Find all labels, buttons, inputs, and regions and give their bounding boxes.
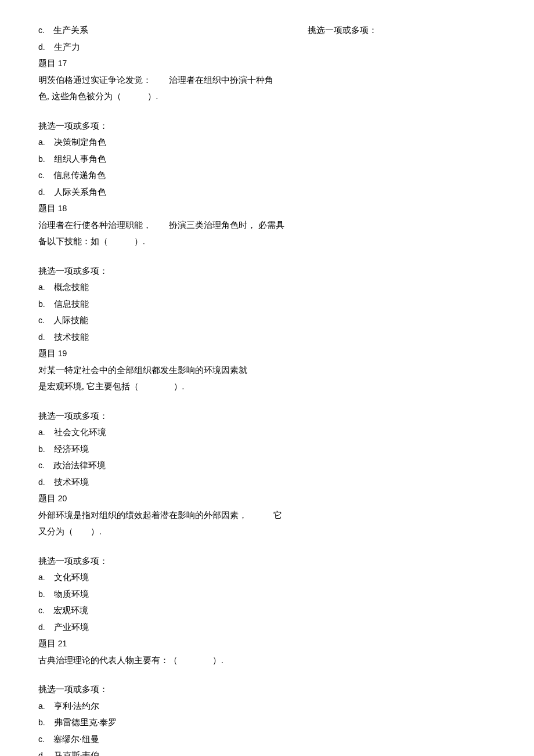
option-text: 概念技能 [54,283,89,292]
heading-prefix: 题目 [38,639,56,648]
option-text: 物质环境 [54,589,89,599]
spacer [38,670,284,682]
option-letter: c. [38,316,45,325]
option-letter: c. [38,735,45,744]
option-d: d. 技术环境 [38,475,284,490]
option-letter: c. [38,26,45,35]
option-d: d. 马克斯·韦伯 [38,748,284,756]
left-column: c. 生产关系 d. 生产力 题目 17 明茨伯格通过实证争论发觉： 治理者在组… [38,23,284,756]
option-text: 信息传递角色 [53,171,106,180]
question-heading: 题目 21 [38,636,284,652]
option-letter: d. [38,478,45,487]
option-letter: d. [38,623,45,632]
option-letter: c. [38,171,45,180]
option-a: a. 决策制定角色 [38,135,284,150]
option-letter: d. [38,187,45,197]
option-d: d. 生产力 [38,40,284,55]
column-layout: c. 生产关系 d. 生产力 题目 17 明茨伯格通过实证争论发觉： 治理者在组… [38,23,496,756]
option-d: d. 人际关系角色 [38,185,284,200]
heading-prefix: 题目 [38,59,56,68]
option-letter: b. [38,299,45,309]
select-instruction: 挑选一项或多项： [38,119,284,134]
question-number: 20 [58,494,67,503]
option-letter: a. [38,701,45,711]
option-text: 产业环境 [54,623,89,632]
option-text: 塞缪尔·纽曼 [53,735,99,744]
question-heading: 题目 18 [38,201,284,216]
option-letter: d. [38,42,45,52]
option-c: c. 信息传递角色 [38,168,284,183]
question-stem-line: 是宏观环境, 它主要包括（ ）. [38,379,284,395]
select-instruction: 挑选一项或多项： [38,264,284,279]
option-c: c. 人际技能 [38,313,284,328]
option-c: c. 宏观环境 [38,603,284,618]
option-b: b. 组织人事角色 [38,152,284,167]
option-text: 马克斯·韦伯 [54,751,100,756]
option-d: d. 产业环境 [38,620,284,635]
option-a: a. 概念技能 [38,280,284,295]
option-letter: a. [38,283,45,292]
right-column: 挑选一项或多项： [308,23,496,756]
option-d: d. 技术技能 [38,330,284,345]
option-letter: b. [38,718,45,727]
option-text: 政治法律环境 [53,461,106,470]
option-text: 人际技能 [53,316,88,325]
option-letter: a. [38,573,45,582]
question-stem-line: 外部环境是指对组织的绩效起着潜在影响的外部因素， 它 [38,508,284,523]
option-text: 组织人事角色 [54,154,106,164]
option-letter: d. [38,332,45,342]
option-a: a. 亨利·法约尔 [38,699,284,714]
option-letter: a. [38,138,45,147]
question-stem-line: 古典治理理论的代表人物主要有：（ ）. [38,653,284,668]
option-text: 信息技能 [54,299,89,309]
option-letter: b. [38,589,45,599]
option-text: 弗雷德里克·泰罗 [54,718,117,727]
option-text: 生产关系 [53,26,88,35]
heading-prefix: 题目 [38,204,56,213]
question-stem-line: 又分为（ ）. [38,525,284,540]
select-instruction: 挑选一项或多项： [38,554,284,569]
question-heading: 题目 17 [38,56,284,71]
question-stem-line: 对某一特定社会中的全部组织都发生影响的环境因素就 [38,363,284,378]
option-letter: b. [38,154,45,164]
question-stem-line: 明茨伯格通过实证争论发觉： 治理者在组织中扮演十种角 [38,73,284,88]
option-b: b. 经济环境 [38,442,284,457]
option-text: 生产力 [54,42,80,52]
option-letter: b. [38,444,45,454]
select-instruction: 挑选一项或多项： [308,23,496,38]
question-number: 21 [58,639,67,648]
option-letter: c. [38,461,45,470]
question-stem-line: 色, 这些角色被分为（ ）. [38,89,284,104]
question-heading: 题目 19 [38,346,284,361]
question-number: 19 [58,349,67,358]
option-c: c. 塞缪尔·纽曼 [38,732,284,747]
option-text: 文化环境 [54,573,89,582]
select-instruction: 挑选一项或多项： [38,409,284,424]
option-letter: a. [38,428,45,437]
option-letter: c. [38,606,45,615]
question-number: 17 [58,59,67,68]
question-number: 18 [58,204,67,213]
heading-prefix: 题目 [38,494,56,503]
option-c: c. 政治法律环境 [38,458,284,473]
option-text: 经济环境 [54,444,89,454]
question-stem-line: 治理者在行使各种治理职能， 扮演三类治理角色时， 必需具 [38,218,284,233]
option-text: 亨利·法约尔 [54,701,100,711]
option-b: b. 信息技能 [38,297,284,312]
option-b: b. 弗雷德里克·泰罗 [38,715,284,730]
question-heading: 题目 20 [38,491,284,507]
option-c: c. 生产关系 [38,23,284,38]
option-text: 技术技能 [54,332,89,342]
option-b: b. 物质环境 [38,587,284,602]
spacer [38,106,284,119]
select-instruction: 挑选一项或多项： [38,682,284,697]
heading-prefix: 题目 [38,349,56,358]
option-text: 技术环境 [54,478,89,487]
spacer [38,251,284,264]
option-a: a. 文化环境 [38,570,284,585]
document-page: c. 生产关系 d. 生产力 题目 17 明茨伯格通过实证争论发觉： 治理者在组… [0,0,534,756]
option-text: 人际关系角色 [54,187,106,197]
question-stem-line: 备以下技能：如（ ）. [38,234,284,249]
option-letter: d. [38,751,45,756]
option-text: 宏观环境 [53,606,88,615]
